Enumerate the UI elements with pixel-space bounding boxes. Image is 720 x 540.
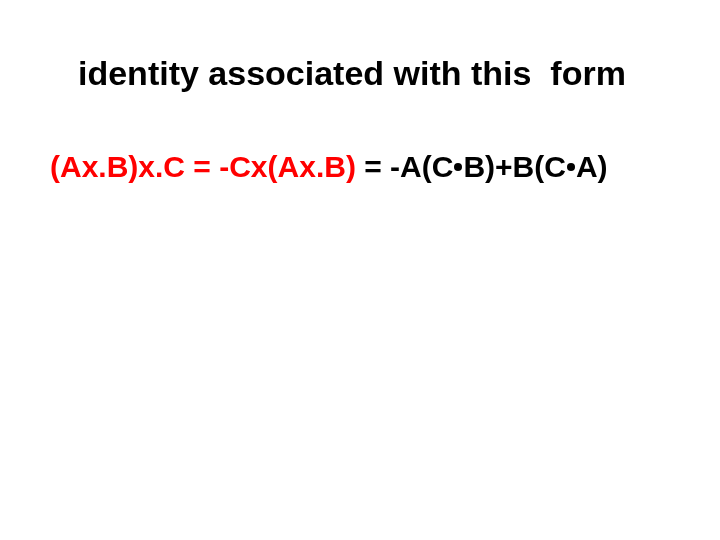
slide: identity associated with this form (Ax.B… [0, 0, 720, 540]
dot-operator-icon [567, 163, 575, 171]
equation-rhs-part3: A) [576, 150, 608, 183]
equation-lhs: (Ax.B)x.C = -Cx(Ax.B) [50, 150, 364, 183]
vector-identity-equation: (Ax.B)x.C = -Cx(Ax.B) = -A(CB)+B(CA) [50, 150, 608, 184]
dot-operator-icon [454, 163, 462, 171]
slide-title: identity associated with this form [78, 54, 626, 93]
equation-rhs-part2: B)+B(C [463, 150, 566, 183]
equation-equals: = [364, 150, 390, 183]
equation-rhs-part1: -A(C [390, 150, 453, 183]
